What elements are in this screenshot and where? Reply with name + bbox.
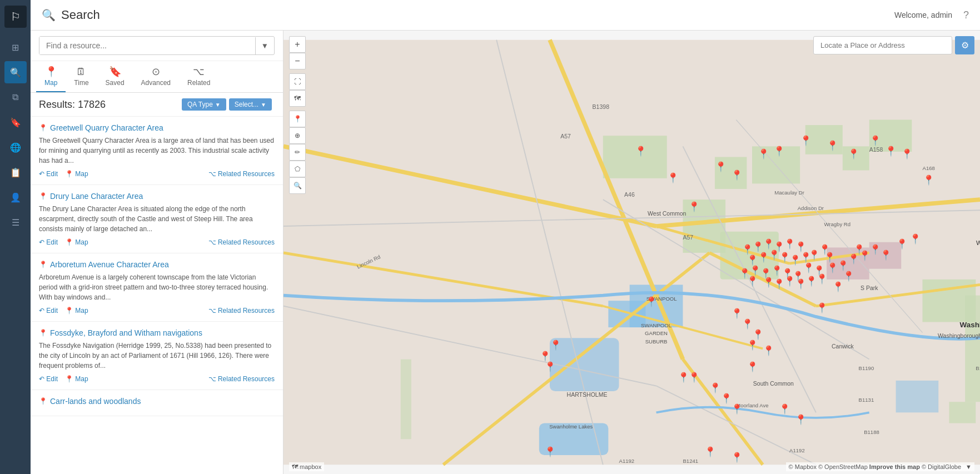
time-tab-label: Time [74,79,88,87]
sidebar-icon-user[interactable]: 👤 [4,186,27,208]
locate-place-input[interactable] [813,36,952,54]
result-item: 📍 Arboretum Avenue Character Area Arbore… [31,253,283,322]
results-count: Results: 17826 [39,99,182,111]
main-content: 🔍 Search Welcome, admin ? ▼ 📍 Map [31,0,980,474]
improve-map-link[interactable]: Improve this map [869,463,920,470]
svg-text:📍: 📍 [731,169,743,181]
related-tab-icon: ⌥ [193,66,205,78]
svg-text:Willingham: Willingham [976,240,980,246]
related-resources-link-r4[interactable]: ⌥ Related Resources [208,375,275,383]
svg-text:B1190: B1190 [976,365,980,371]
zoom-out-button[interactable]: − [289,53,306,69]
locate-me-button[interactable]: ⊕ [289,127,306,144]
sidebar-icon-search[interactable]: 🔍 [4,61,27,83]
related-resources-link-r3[interactable]: ⌥ Related Resources [208,307,275,315]
map-copyright: © Mapbox © OpenStreetMap Improve this ma… [786,462,974,471]
tab-time[interactable]: 🗓 Time [66,62,97,92]
svg-text:📍: 📍 [544,361,556,373]
result-item: 📍 Drury Lane Character Area The Drury La… [31,185,283,253]
svg-text:📍: 📍 [720,393,733,405]
svg-rect-1 [603,136,667,178]
svg-text:📍: 📍 [795,415,807,426]
edit-link-r4[interactable]: ↶ Edit [39,375,58,383]
search-dropdown-button[interactable]: ▼ [255,37,274,54]
sidebar-icon-report[interactable]: 📋 [4,161,27,183]
related-resources-link-r1[interactable]: ⌥ Related Resources [208,170,275,178]
map-link-r2[interactable]: 📍 Map [65,238,88,246]
result-title-r5[interactable]: 📍 Carr-lands and woodlands [39,397,275,406]
polygon-tool-button[interactable]: ⬠ [289,161,306,177]
svg-text:📍: 📍 [758,148,770,160]
map-link-r4[interactable]: 📍 Map [65,375,88,383]
edit-link-r3[interactable]: ↶ Edit [39,307,58,315]
svg-text:S Park: S Park [860,285,878,291]
select-arrow-icon: ▼ [261,102,266,108]
svg-text:📍: 📍 [539,351,551,362]
svg-text:📍: 📍 [731,452,743,463]
map-settings-button[interactable]: ⚙ [955,36,974,54]
layer-toggle-button[interactable]: 🗺 [289,90,306,107]
resource-search-input[interactable] [39,37,255,54]
related-tab-label: Related [187,79,210,87]
tool-controls: 📍 ⊕ ✏ ⬠ 🔍 [289,111,306,194]
advanced-tab-label: Advanced [141,79,171,87]
svg-text:Macaulay Dr: Macaulay Dr [774,189,804,196]
related-resources-link-r2[interactable]: ⌥ Related Resources [208,238,275,246]
svg-text:📍: 📍 [795,241,807,253]
svg-text:📍: 📍 [747,361,759,373]
map-controls: + − ⛶ 🗺 📍 ⊕ ✏ ⬠ 🔍 [289,36,306,197]
result-title-r3[interactable]: 📍 Arboretum Avenue Character Area [39,260,275,269]
edit-link-r1[interactable]: ↶ Edit [39,170,58,178]
header: 🔍 Search Welcome, admin ? [31,0,980,31]
svg-text:📍: 📍 [550,340,562,351]
edit-link-r2[interactable]: ↶ Edit [39,238,58,246]
map-link-r1[interactable]: 📍 Map [65,170,88,178]
svg-text:📍: 📍 [709,382,722,394]
pin-tool-button[interactable]: 📍 [289,111,306,127]
result-item: 📍 Carr-lands and woodlands [31,390,283,416]
svg-text:GARDEN: GARDEN [645,330,668,336]
svg-text:B1241: B1241 [683,458,698,464]
svg-text:A168: A168 [923,165,935,171]
tab-map[interactable]: 📍 Map [36,61,66,92]
select-filter-button[interactable]: Select... ▼ [229,98,272,111]
svg-text:HARTSHOLME: HARTSHOLME [567,391,608,398]
search-map-button[interactable]: 🔍 [289,177,306,194]
fullscreen-button[interactable]: ⛶ [289,73,306,90]
svg-text:SWANPOOL: SWANPOOL [641,322,671,328]
result-title-r1[interactable]: 📍 Greetwell Quarry Character Area [39,123,275,132]
svg-text:📍: 📍 [731,308,743,320]
svg-text:B1188: B1188 [864,429,879,435]
map-link-r3[interactable]: 📍 Map [65,307,88,315]
svg-text:📍: 📍 [667,172,679,184]
tab-related[interactable]: ⌥ Related [179,61,218,92]
advanced-tab-icon: ⊙ [152,66,160,78]
svg-text:B1190: B1190 [859,365,874,371]
svg-text:📍: 📍 [816,302,828,314]
time-tab-icon: 🗓 [76,66,86,78]
tab-saved[interactable]: 🔖 Saved [97,61,133,92]
svg-text:B1398: B1398 [593,103,610,110]
tab-advanced[interactable]: ⊙ Advanced [133,61,179,92]
svg-text:📍: 📍 [688,201,700,213]
sidebar-icon-bookmark[interactable]: 🔖 [4,111,27,133]
svg-text:A57: A57 [560,133,571,139]
sidebar-logo-icon[interactable]: ⚐ [4,6,27,28]
map-area[interactable]: West Common SWANPOOL SWANPOOL GARDEN SUB… [283,31,980,474]
svg-text:📍: 📍 [688,372,700,383]
saved-tab-label: Saved [106,79,125,87]
sidebar-icon-dashboard[interactable]: ⊞ [4,36,27,58]
sidebar-icon-layers[interactable]: ⧉ [4,86,27,108]
header-help-button[interactable]: ? [963,9,969,21]
sidebar-icon-globe[interactable]: 🌐 [4,136,27,158]
qa-type-filter-button[interactable]: QA Type ▼ [182,98,226,111]
mapbox-logo: 🗺 mapbox [289,462,324,471]
result-title-r2[interactable]: 📍 Drury Lane Character Area [39,192,275,201]
zoom-in-button[interactable]: + [289,36,306,53]
svg-text:📍: 📍 [763,345,775,357]
result-title-r4[interactable]: 📍 Fossdyke, Brayford and Witham navigati… [39,328,275,337]
draw-tool-button[interactable]: ✏ [289,144,306,161]
content-row: ▼ 📍 Map 🗓 Time 🔖 Saved ⊙ [31,31,980,474]
sidebar-icon-menu[interactable]: ☰ [4,211,27,233]
svg-text:📍: 📍 [909,233,922,245]
